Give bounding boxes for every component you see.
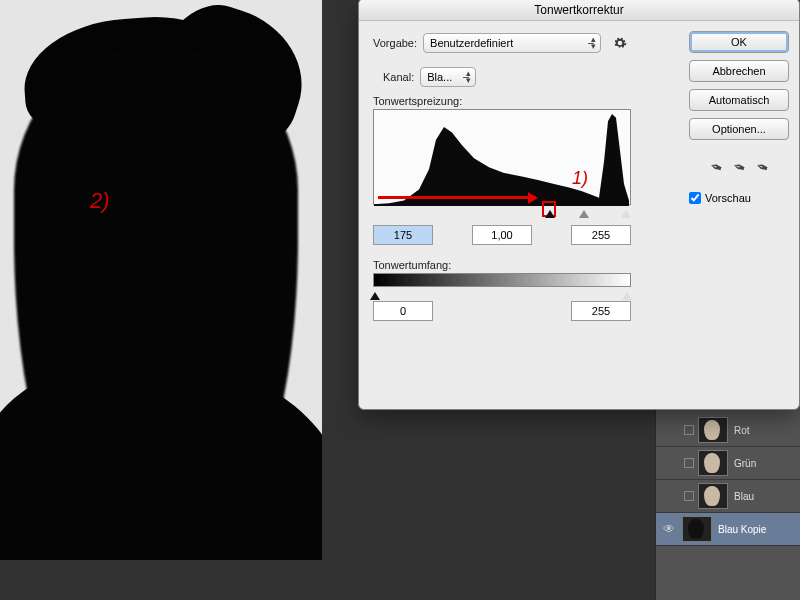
white-eyedropper-icon[interactable]: ✒ (753, 155, 771, 176)
channel-row[interactable]: 👁 Blau Kopie (656, 513, 800, 546)
input-white-field[interactable]: 255 (571, 225, 631, 245)
histogram[interactable]: 1) (373, 109, 631, 205)
output-white-slider[interactable] (622, 287, 632, 300)
annotation-one: 1) (572, 168, 588, 189)
output-gradient[interactable] (373, 273, 631, 287)
input-black-field[interactable]: 175 (373, 225, 433, 245)
channel-name: Blau Kopie (718, 524, 766, 535)
output-black-slider[interactable] (370, 287, 380, 300)
black-eyedropper-icon[interactable]: ✒ (707, 155, 725, 176)
preview-label: Vorschau (705, 192, 751, 204)
gray-eyedropper-icon[interactable]: ✒ (730, 155, 748, 176)
channel-checkbox[interactable] (684, 491, 694, 501)
mid-point-slider[interactable] (579, 205, 589, 218)
annotation-two: 2) (90, 188, 110, 214)
channels-list: Rot Grün Blau 👁 Blau Kopie (656, 414, 800, 546)
channel-thumbnail (698, 483, 728, 509)
preset-select[interactable]: Benutzerdefiniert▴▾ (423, 33, 601, 53)
channel-select[interactable]: Bla...▴▾ (420, 67, 476, 87)
preset-label: Vorgabe: (373, 37, 417, 49)
white-point-slider[interactable] (621, 205, 631, 218)
channel-name: Rot (734, 425, 750, 436)
input-mid-field[interactable]: 1,00 (472, 225, 532, 245)
channel-row[interactable]: Grün (656, 447, 800, 480)
output-black-field[interactable]: 0 (373, 301, 433, 321)
black-point-slider[interactable] (545, 205, 555, 218)
ok-button[interactable]: OK (689, 31, 789, 53)
dialog-title: Tonwertkorrektur (359, 0, 799, 21)
channel-thumbnail (698, 417, 728, 443)
channel-thumbnail (698, 450, 728, 476)
channel-name: Blau (734, 491, 754, 502)
channel-checkbox[interactable] (684, 425, 694, 435)
options-button[interactable]: Optionen... (689, 118, 789, 140)
annotation-arrow (378, 196, 536, 199)
eyedropper-group: ✒ ✒ ✒ (689, 157, 789, 175)
preview-checkbox-input[interactable] (689, 192, 701, 204)
channel-row[interactable]: Rot (656, 414, 800, 447)
levels-dialog: Tonwertkorrektur OK Abbrechen Automatisc… (358, 0, 800, 410)
visibility-toggle[interactable]: 👁 (656, 522, 682, 536)
preview-checkbox[interactable]: Vorschau (689, 192, 789, 204)
channel-checkbox[interactable] (684, 458, 694, 468)
output-levels-label: Tonwertumfang: (373, 259, 639, 271)
gear-icon[interactable] (613, 36, 627, 50)
input-levels-label: Tonwertspreizung: (373, 95, 639, 107)
auto-button[interactable]: Automatisch (689, 89, 789, 111)
image-content (0, 0, 322, 560)
output-white-field[interactable]: 255 (571, 301, 631, 321)
channel-thumbnail (682, 516, 712, 542)
channel-label: Kanal: (383, 71, 414, 83)
channel-row[interactable]: Blau (656, 480, 800, 513)
dialog-button-column: OK Abbrechen Automatisch Optionen... ✒ ✒… (689, 31, 789, 204)
channel-name: Grün (734, 458, 756, 469)
input-sliders[interactable] (373, 205, 631, 219)
cancel-button[interactable]: Abbrechen (689, 60, 789, 82)
document-canvas[interactable]: 2) (0, 0, 322, 560)
